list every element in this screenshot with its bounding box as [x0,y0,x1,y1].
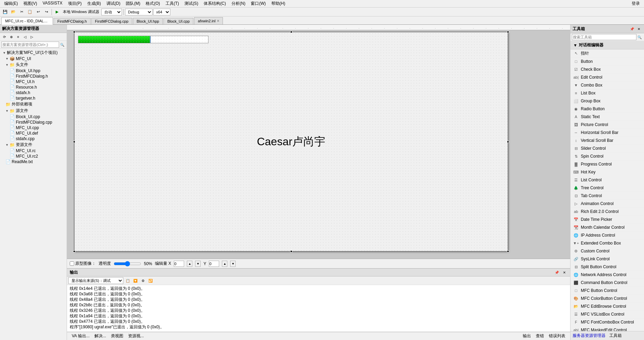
y-value-input[interactable] [209,261,219,267]
tree-item-9[interactable]: 📄Block_UI.cpp [0,114,67,120]
toolbox-item-check-box[interactable]: ☑Check Box [570,66,644,73]
toolbar-run-btn[interactable]: ▶ [53,8,61,16]
status-tab-right-2[interactable]: 错误列表 [547,332,567,340]
tree-item-1[interactable]: 📄Block_UI.hpp [0,68,67,73]
status-tab-left-1[interactable]: 解决... [92,332,108,340]
toolbox-item-month-calendar-control[interactable]: 📆Month Calendar Control [570,224,644,231]
toolbox-item-combo-box[interactable]: ▼Combo Box [570,81,644,89]
toolbox-item-button[interactable]: □Button [570,58,644,66]
tab-2[interactable]: FirstMFCDialog.cpp [91,18,132,24]
output-source-dropdown[interactable]: 显示输出来源(S)：调试 [68,277,123,284]
toolbox-item-horizontal-scroll-bar[interactable]: ↔Horizontal Scroll Bar [570,129,644,137]
tree-item-0[interactable]: ▼📁头文件 [0,61,67,68]
menu-item-T[interactable]: 工具(T) [163,0,182,7]
toolbox-item-rich-edit-2.0-control[interactable]: abRich Edit 2.0 Control [570,208,644,216]
toolbox-item-radio-button[interactable]: ◉Radio Button [570,105,644,113]
tree-item-13[interactable]: 📄stdafx.cpp [0,136,67,141]
solution-root[interactable]: ▼ 解决方案'MFC_UI'(1个项目) [0,49,67,56]
menu-item-O[interactable]: 格式(O) [143,0,162,7]
opacity-slider[interactable] [114,261,141,267]
tree-item-10[interactable]: 📄FirstMFCDialog.cpp [0,120,67,125]
toolbox-item-tree-control[interactable]: 🌲Tree Control [570,184,644,192]
toolbar-btn-3[interactable]: ✂ [18,8,25,16]
toolbox-item-ip-address-control[interactable]: 🌐IP Address Control [570,231,644,239]
menu-item-C[interactable]: 体系结构(C) [201,0,229,7]
toolbox-item-network-address-control[interactable]: 🌐Network Address Control [570,271,644,279]
tree-item-12[interactable]: 📄MFC_UI.def [0,131,67,136]
toolbox-item-extended-combo-box[interactable]: ▼+Extended Combo Box [570,239,644,247]
menu-item-D[interactable]: 调试(D) [104,0,123,7]
tree-item-6[interactable]: 📄targetver.h [0,95,67,101]
toolbox-item-static-text[interactable]: AStatic Text [570,113,644,121]
output-toolbar-btn3[interactable]: ⚙ [140,277,146,284]
tree-item-17[interactable]: 📄ReadMe.txt [0,159,67,165]
tree-item-2[interactable]: 📄FirstMFCDialog.h [0,73,67,79]
tree-item-14[interactable]: ▼📁资源文件 [0,141,67,148]
output-pin-btn[interactable]: 📌 [554,269,560,275]
tab-0[interactable]: MFC_UI.rc - IDD_DIALOG1 - Dialog× [1,17,53,25]
toolbox-item-slider-control[interactable]: ⊟Slider Control [570,145,644,152]
platform-dropdown[interactable]: x64 [153,9,170,15]
toolbox-item-spin-control[interactable]: ⇅Spin Control [570,152,644,160]
menu-item-H[interactable]: 帮助(H) [269,0,288,7]
toolbox-item-edit-control[interactable]: ab|Edit Control [570,73,644,81]
menu-item-VASSISTX[interactable]: VASSISTX [40,0,65,7]
auto-dropdown[interactable]: 自动 [101,9,122,15]
menu-item-S[interactable]: 测试(S) [182,0,201,7]
tab-5[interactable]: afxwin2.inl× [194,17,223,24]
menu-item-M[interactable]: 团队(M) [123,0,143,7]
toolbox-search-input[interactable] [572,34,636,40]
tree-item-16[interactable]: 📄MFC_UI.rc2 [0,154,67,159]
toolbox-item-syslink-control[interactable]: 🔗SysLink Control [570,255,644,263]
status-tab-right-1[interactable]: 查错 [534,332,546,340]
tree-item-8[interactable]: ▼📁源文件 [0,107,67,114]
toolbox-item-tab-control[interactable]: ⊡Tab Control [570,192,644,200]
output-toolbar-btn2[interactable]: 🔽 [132,277,138,284]
toolbox-item-custom-control[interactable]: ⚙Custom Control [570,247,644,255]
tree-item-5[interactable]: 📄stdafx.h [0,90,67,95]
status-tab-left-0[interactable]: VA 输出... [70,332,92,340]
search-btn[interactable]: 🔍 [59,42,65,48]
x-down-btn[interactable]: ▼ [195,261,201,267]
tab-4[interactable]: Block_UI.cpp [163,18,193,24]
toolbox-item-mfc-button-control[interactable]: □MFC Button Control [570,287,644,295]
prototype-checkbox[interactable] [70,261,74,266]
toolbox-item-date-time-picker[interactable]: 📅Date Time Picker [570,216,644,224]
tab-close-5[interactable]: × [217,19,219,23]
toolbar-btn-redo[interactable]: ↪ [43,8,50,16]
toolbox-item-mfc-editbrowse-control[interactable]: 📂MFC EditBrowse Control [570,303,644,310]
output-close-btn[interactable]: ✕ [561,269,567,275]
status-tab-left-3[interactable]: 资源视... [126,332,146,340]
tree-item-7[interactable]: 📁外部依赖项 [0,101,67,107]
project-root[interactable]: ▼ 📦 MFC_UI [0,56,67,61]
toolbox-item-picture-control[interactable]: 🖼Picture Control [570,121,644,129]
toolbox-section-header[interactable]: ▼ 对话框编辑器 [570,41,644,49]
menu-item-W[interactable]: 窗口(W) [248,0,268,7]
menu-item-V[interactable]: 视图(V) [21,0,40,7]
toolbar-btn-2[interactable]: 📂 [10,8,17,16]
status-tab-left-2[interactable]: 类视图 [109,332,125,340]
server-explorer-link[interactable]: 服务器资源管理器 [573,333,606,338]
x-up-btn[interactable]: ▲ [187,261,192,267]
toolbar-btn-1[interactable]: 💾 [1,8,9,16]
menu-item-B[interactable]: 生成(B) [84,0,104,7]
toolbox-pin-btn[interactable]: 📌 [629,26,635,32]
output-toolbar-btn4[interactable]: 🔁 [147,277,154,284]
toolbox-item-mfc-vslistbox-control[interactable]: ☰MFC VSListBox Control [570,310,644,318]
x-value-input[interactable] [174,261,184,267]
toolbox-item-指针[interactable]: ↖指针 [570,49,644,58]
tree-item-3[interactable]: 📄MFC_UI.h [0,79,67,84]
sol-toolbar-btn-1[interactable]: ⟳ [1,34,8,40]
toolbar-btn-undo[interactable]: ↩ [34,8,42,16]
sol-toolbar-btn-4[interactable]: ◁ [22,34,28,40]
toolbox-item-mfc-fontcombobox-control[interactable]: FMFC FontComboBox Control [570,318,644,326]
status-tab-right-0[interactable]: 输出 [521,332,533,340]
toolbox-item-vertical-scroll-bar[interactable]: ↕Vertical Scroll Bar [570,137,644,145]
toolbox-item-mfc-maskededit-control[interactable]: ab|MFC MaskedEdit Control [570,326,644,331]
tree-item-15[interactable]: 📄MFC_UI.rc [0,148,67,154]
y-down-btn[interactable]: ▼ [230,261,236,267]
toolbox-item-hot-key[interactable]: ⌨Hot Key [570,168,644,176]
toolbar-btn-4[interactable]: 📋 [26,8,34,16]
sol-toolbar-btn-3[interactable]: ≡ [15,34,21,40]
menu-item-P[interactable]: 项目(P) [65,0,84,7]
